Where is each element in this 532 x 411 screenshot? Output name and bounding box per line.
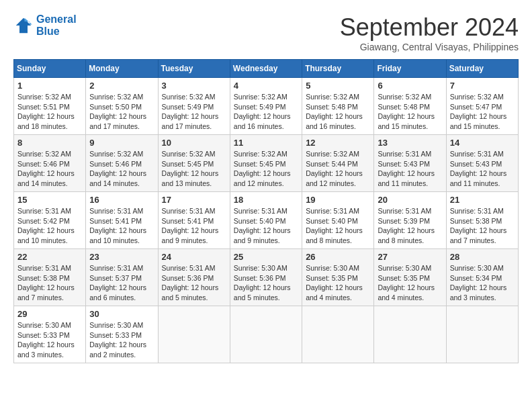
- table-row: 14Sunrise: 5:31 AM Sunset: 5:43 PM Dayli…: [446, 135, 518, 192]
- day-info: Sunrise: 5:30 AM Sunset: 5:33 PM Dayligh…: [17, 320, 82, 360]
- day-number: 22: [17, 252, 82, 262]
- logo: General Blue: [13, 13, 77, 38]
- day-number: 16: [89, 195, 154, 205]
- day-number: 13: [378, 138, 442, 148]
- day-info: Sunrise: 5:31 AM Sunset: 5:43 PM Dayligh…: [378, 149, 442, 189]
- table-row: 18Sunrise: 5:31 AM Sunset: 5:40 PM Dayli…: [230, 192, 302, 249]
- table-row: 9Sunrise: 5:32 AM Sunset: 5:46 PM Daylig…: [86, 135, 158, 192]
- day-number: 21: [450, 195, 515, 205]
- day-number: 26: [306, 252, 370, 262]
- col-saturday: Saturday: [446, 60, 518, 78]
- col-tuesday: Tuesday: [158, 60, 230, 78]
- calendar-table: Sunday Monday Tuesday Wednesday Thursday…: [13, 59, 519, 363]
- table-row: 26Sunrise: 5:30 AM Sunset: 5:35 PM Dayli…: [302, 249, 374, 306]
- table-row: 1Sunrise: 5:32 AM Sunset: 5:51 PM Daylig…: [14, 78, 86, 135]
- col-wednesday: Wednesday: [230, 60, 302, 78]
- table-row: 5Sunrise: 5:32 AM Sunset: 5:48 PM Daylig…: [302, 78, 374, 135]
- day-info: Sunrise: 5:32 AM Sunset: 5:44 PM Dayligh…: [306, 149, 370, 189]
- day-info: Sunrise: 5:31 AM Sunset: 5:38 PM Dayligh…: [450, 206, 515, 246]
- col-monday: Monday: [86, 60, 158, 78]
- day-number: 25: [234, 252, 298, 262]
- calendar-week-3: 15Sunrise: 5:31 AM Sunset: 5:42 PM Dayli…: [14, 192, 519, 249]
- day-number: 2: [89, 81, 154, 91]
- day-number: 28: [450, 252, 515, 262]
- day-number: 8: [17, 138, 82, 148]
- table-row: 27Sunrise: 5:30 AM Sunset: 5:35 PM Dayli…: [374, 249, 446, 306]
- table-row: 12Sunrise: 5:32 AM Sunset: 5:44 PM Dayli…: [302, 135, 374, 192]
- day-number: 27: [378, 252, 442, 262]
- day-info: Sunrise: 5:32 AM Sunset: 5:49 PM Dayligh…: [162, 92, 226, 132]
- day-info: Sunrise: 5:30 AM Sunset: 5:36 PM Dayligh…: [234, 263, 298, 303]
- day-number: 10: [162, 138, 226, 148]
- day-number: 6: [378, 81, 442, 91]
- table-row: 22Sunrise: 5:31 AM Sunset: 5:38 PM Dayli…: [14, 249, 86, 306]
- day-info: Sunrise: 5:32 AM Sunset: 5:48 PM Dayligh…: [378, 92, 442, 132]
- svg-marker-0: [16, 18, 32, 34]
- table-row: 11Sunrise: 5:32 AM Sunset: 5:45 PM Dayli…: [230, 135, 302, 192]
- table-row: 25Sunrise: 5:30 AM Sunset: 5:36 PM Dayli…: [230, 249, 302, 306]
- table-row: 15Sunrise: 5:31 AM Sunset: 5:42 PM Dayli…: [14, 192, 86, 249]
- table-row: [230, 306, 302, 363]
- month-title: September 2024: [340, 13, 519, 42]
- table-row: 17Sunrise: 5:31 AM Sunset: 5:41 PM Dayli…: [158, 192, 230, 249]
- day-number: 29: [17, 309, 82, 319]
- day-info: Sunrise: 5:32 AM Sunset: 5:46 PM Dayligh…: [89, 149, 154, 189]
- day-number: 14: [450, 138, 515, 148]
- day-info: Sunrise: 5:31 AM Sunset: 5:41 PM Dayligh…: [162, 206, 226, 246]
- day-info: Sunrise: 5:32 AM Sunset: 5:47 PM Dayligh…: [450, 92, 515, 132]
- day-info: Sunrise: 5:30 AM Sunset: 5:33 PM Dayligh…: [89, 320, 154, 360]
- table-row: 29Sunrise: 5:30 AM Sunset: 5:33 PM Dayli…: [14, 306, 86, 363]
- day-info: Sunrise: 5:30 AM Sunset: 5:35 PM Dayligh…: [306, 263, 370, 303]
- day-info: Sunrise: 5:31 AM Sunset: 5:36 PM Dayligh…: [162, 263, 226, 303]
- logo-icon: [13, 15, 34, 36]
- day-info: Sunrise: 5:32 AM Sunset: 5:49 PM Dayligh…: [234, 92, 298, 132]
- calendar-week-2: 8Sunrise: 5:32 AM Sunset: 5:46 PM Daylig…: [14, 135, 519, 192]
- day-info: Sunrise: 5:31 AM Sunset: 5:38 PM Dayligh…: [17, 263, 82, 303]
- table-row: [158, 306, 230, 363]
- table-row: 3Sunrise: 5:32 AM Sunset: 5:49 PM Daylig…: [158, 78, 230, 135]
- day-info: Sunrise: 5:31 AM Sunset: 5:43 PM Dayligh…: [450, 149, 515, 189]
- day-info: Sunrise: 5:32 AM Sunset: 5:45 PM Dayligh…: [162, 149, 226, 189]
- page-header: General Blue September 2024 Giawang, Cen…: [13, 13, 519, 52]
- table-row: [374, 306, 446, 363]
- day-info: Sunrise: 5:31 AM Sunset: 5:40 PM Dayligh…: [306, 206, 370, 246]
- table-row: 6Sunrise: 5:32 AM Sunset: 5:48 PM Daylig…: [374, 78, 446, 135]
- table-row: [302, 306, 374, 363]
- day-number: 23: [89, 252, 154, 262]
- day-info: Sunrise: 5:31 AM Sunset: 5:42 PM Dayligh…: [17, 206, 82, 246]
- day-number: 9: [89, 138, 154, 148]
- table-row: 2Sunrise: 5:32 AM Sunset: 5:50 PM Daylig…: [86, 78, 158, 135]
- location: Giawang, Central Visayas, Philippines: [340, 42, 519, 52]
- day-number: 7: [450, 81, 515, 91]
- table-row: 21Sunrise: 5:31 AM Sunset: 5:38 PM Dayli…: [446, 192, 518, 249]
- day-number: 1: [17, 81, 82, 91]
- table-row: 4Sunrise: 5:32 AM Sunset: 5:49 PM Daylig…: [230, 78, 302, 135]
- day-info: Sunrise: 5:30 AM Sunset: 5:34 PM Dayligh…: [450, 263, 515, 303]
- calendar-week-4: 22Sunrise: 5:31 AM Sunset: 5:38 PM Dayli…: [14, 249, 519, 306]
- day-number: 30: [89, 309, 154, 319]
- day-number: 24: [162, 252, 226, 262]
- table-row: 7Sunrise: 5:32 AM Sunset: 5:47 PM Daylig…: [446, 78, 518, 135]
- day-number: 17: [162, 195, 226, 205]
- day-number: 12: [306, 138, 370, 148]
- day-number: 19: [306, 195, 370, 205]
- table-row: 13Sunrise: 5:31 AM Sunset: 5:43 PM Dayli…: [374, 135, 446, 192]
- table-row: 19Sunrise: 5:31 AM Sunset: 5:40 PM Dayli…: [302, 192, 374, 249]
- day-info: Sunrise: 5:32 AM Sunset: 5:51 PM Dayligh…: [17, 92, 82, 132]
- day-info: Sunrise: 5:31 AM Sunset: 5:40 PM Dayligh…: [234, 206, 298, 246]
- day-info: Sunrise: 5:30 AM Sunset: 5:35 PM Dayligh…: [378, 263, 442, 303]
- col-sunday: Sunday: [14, 60, 86, 78]
- day-number: 11: [234, 138, 298, 148]
- day-number: 3: [162, 81, 226, 91]
- day-info: Sunrise: 5:32 AM Sunset: 5:46 PM Dayligh…: [17, 149, 82, 189]
- day-number: 20: [378, 195, 442, 205]
- day-info: Sunrise: 5:31 AM Sunset: 5:39 PM Dayligh…: [378, 206, 442, 246]
- table-row: 23Sunrise: 5:31 AM Sunset: 5:37 PM Dayli…: [86, 249, 158, 306]
- day-number: 4: [234, 81, 298, 91]
- day-info: Sunrise: 5:32 AM Sunset: 5:48 PM Dayligh…: [306, 92, 370, 132]
- table-row: 24Sunrise: 5:31 AM Sunset: 5:36 PM Dayli…: [158, 249, 230, 306]
- col-thursday: Thursday: [302, 60, 374, 78]
- table-row: 8Sunrise: 5:32 AM Sunset: 5:46 PM Daylig…: [14, 135, 86, 192]
- logo-text: General Blue: [36, 13, 77, 38]
- table-row: 10Sunrise: 5:32 AM Sunset: 5:45 PM Dayli…: [158, 135, 230, 192]
